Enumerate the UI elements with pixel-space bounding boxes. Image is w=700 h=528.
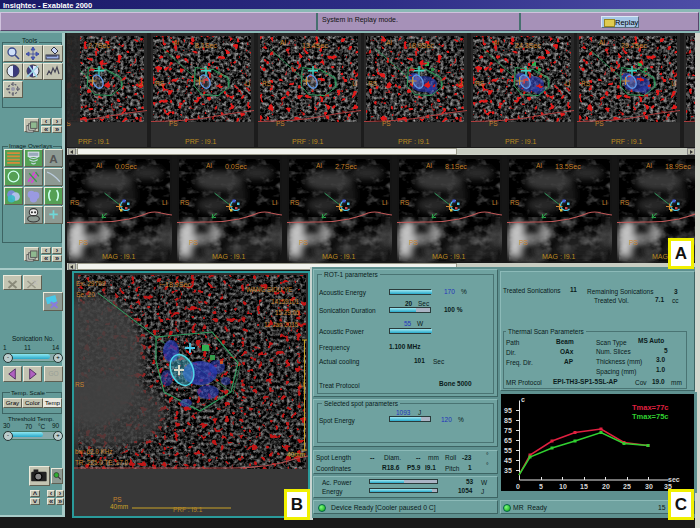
svg-text:c: c	[521, 396, 525, 403]
svg-text:75: 75	[504, 427, 512, 434]
svg-text:13.5Sec: 13.5Sec	[555, 163, 581, 170]
svg-text:MAG : I9.1: MAG : I9.1	[212, 253, 246, 260]
svg-text:RS: RS	[581, 80, 591, 87]
svg-text:LI: LI	[352, 80, 358, 87]
svg-text:AI: AI	[599, 39, 605, 46]
svg-text:PRF : I9.1: PRF : I9.1	[173, 506, 203, 513]
svg-text:LI: LI	[492, 199, 498, 206]
svg-text:PRF : I9.1: PRF : I9.1	[611, 138, 643, 145]
svg-text:24.3Sec: 24.3Sec	[515, 42, 541, 49]
svg-text:AI: AI	[426, 162, 432, 169]
svg-text:PS: PS	[409, 239, 418, 246]
svg-text:AI: AI	[96, 162, 102, 169]
svg-text:PS: PS	[299, 239, 308, 246]
svg-text:35: 35	[504, 467, 512, 474]
svg-text:PS: PS	[595, 120, 604, 127]
svg-text:5: 5	[539, 483, 543, 490]
svg-text:PS: PS	[276, 120, 285, 127]
svg-text:8.1Sec: 8.1Sec	[445, 163, 467, 170]
svg-text:LI: LI	[602, 199, 608, 206]
svg-text:RS: RS	[262, 80, 272, 87]
svg-text:MAG : I9.1: MAG : I9.1	[542, 253, 576, 260]
svg-text:2.7Sec: 2.7Sec	[335, 163, 357, 170]
svg-text:WANG SIDU YE: WANG SIDU YE	[246, 286, 292, 293]
svg-text:0.0Sec: 0.0Sec	[115, 163, 137, 170]
svg-text:LI: LI	[245, 80, 251, 87]
svg-text:RS: RS	[620, 199, 630, 206]
svg-text:PS: PS	[382, 120, 391, 127]
svg-text:40mm: 40mm	[110, 503, 128, 510]
svg-text:PS: PS	[189, 239, 198, 246]
svg-text:AI: AI	[316, 162, 322, 169]
svg-text:RS: RS	[290, 199, 300, 206]
svg-text:25: 25	[623, 483, 631, 490]
svg-text:RS: RS	[155, 80, 165, 87]
svg-text:MAG : I9.1: MAG : I9.1	[322, 253, 356, 260]
svg-text:A: A	[49, 152, 58, 165]
svg-text:LI: LI	[458, 80, 464, 87]
svg-text:15: 15	[580, 483, 588, 490]
svg-text:45: 45	[504, 457, 512, 464]
svg-text:LI: LI	[299, 381, 305, 388]
svg-text:Se: 20: Se: 20	[76, 291, 95, 298]
svg-text:PS: PS	[629, 239, 638, 246]
svg-text:Ex: 29799: Ex: 29799	[76, 280, 106, 287]
svg-text:11 Jan 2015: 11 Jan 2015	[264, 321, 299, 328]
svg-text:AI: AI	[280, 39, 286, 46]
svg-text:LI: LI	[138, 80, 144, 87]
svg-text:LI: LI	[162, 199, 168, 206]
svg-text:RS: RS	[368, 80, 378, 87]
svg-text:14159101: 14159101	[271, 298, 300, 305]
svg-text:AI: AI	[536, 162, 542, 169]
svg-text:55: 55	[504, 447, 512, 454]
svg-text:PS: PS	[519, 239, 528, 246]
svg-text:PRF : I9.1: PRF : I9.1	[292, 138, 324, 145]
svg-text:PRF : I9.1: PRF : I9.1	[185, 138, 217, 145]
svg-text:LI: LI	[382, 199, 388, 206]
svg-text:RS: RS	[400, 199, 410, 206]
svg-text:PS: PS	[79, 239, 88, 246]
svg-text:15:29:05: 15:29:05	[275, 309, 300, 316]
svg-text:13.4Sec: 13.4Sec	[302, 42, 328, 49]
svg-text:RS: RS	[70, 199, 80, 206]
svg-text:MAG : I9.1: MAG : I9.1	[432, 253, 466, 260]
svg-text:RS: RS	[180, 199, 190, 206]
svg-text:bw: 62.0 KHz: bw: 62.0 KHz	[75, 448, 112, 455]
svg-text:8.1Sec: 8.1Sec	[195, 42, 217, 49]
svg-text:40mm: 40mm	[287, 451, 305, 458]
svg-text:PRF : I9.1: PRF : I9.1	[505, 138, 537, 145]
svg-text:0.0Sec: 0.0Sec	[225, 163, 247, 170]
svg-text:⊢18.9Sec: ⊢18.9Sec	[159, 281, 191, 288]
svg-text:20: 20	[602, 483, 610, 490]
svg-text:85: 85	[504, 417, 512, 424]
svg-text:LI: LI	[671, 80, 677, 87]
svg-text:Tmax=77c: Tmax=77c	[632, 403, 669, 412]
svg-text:PS: PS	[169, 120, 178, 127]
svg-text:18.9Sec: 18.9Sec	[665, 163, 691, 170]
svg-text:PS: PS	[113, 496, 122, 503]
svg-text:29.7Sec: 29.7Sec	[621, 42, 647, 49]
svg-text:MAG : I9.1: MAG : I9.1	[102, 253, 136, 260]
svg-text:30: 30	[645, 483, 653, 490]
svg-text:PS: PS	[489, 120, 498, 127]
svg-text:AI: AI	[173, 39, 179, 46]
svg-text:sec: sec	[668, 476, 680, 483]
svg-text:Tmax=75c: Tmax=75c	[632, 412, 669, 421]
svg-text:95: 95	[504, 407, 512, 414]
svg-text:10: 10	[559, 483, 567, 490]
svg-text:0: 0	[516, 483, 520, 490]
svg-text:TR: 225.0 TE: 17.0: TR: 225.0 TE: 17.0	[75, 459, 129, 466]
svg-text:AI: AI	[493, 39, 499, 46]
svg-text:LI: LI	[565, 80, 571, 87]
svg-text:PRF : I9.1: PRF : I9.1	[78, 138, 110, 145]
svg-text:RS: RS	[510, 199, 520, 206]
svg-text:65: 65	[504, 437, 512, 444]
svg-text:RS: RS	[75, 381, 85, 388]
svg-text:LI: LI	[272, 199, 278, 206]
svg-text:2.7Sec: 2.7Sec	[88, 42, 110, 49]
svg-text:18.9Sec: 18.9Sec	[408, 42, 434, 49]
svg-text:PRF : I9.1: PRF : I9.1	[398, 138, 430, 145]
svg-text:AI: AI	[386, 39, 392, 46]
svg-text:AI: AI	[646, 162, 652, 169]
svg-text:RS: RS	[475, 80, 485, 87]
